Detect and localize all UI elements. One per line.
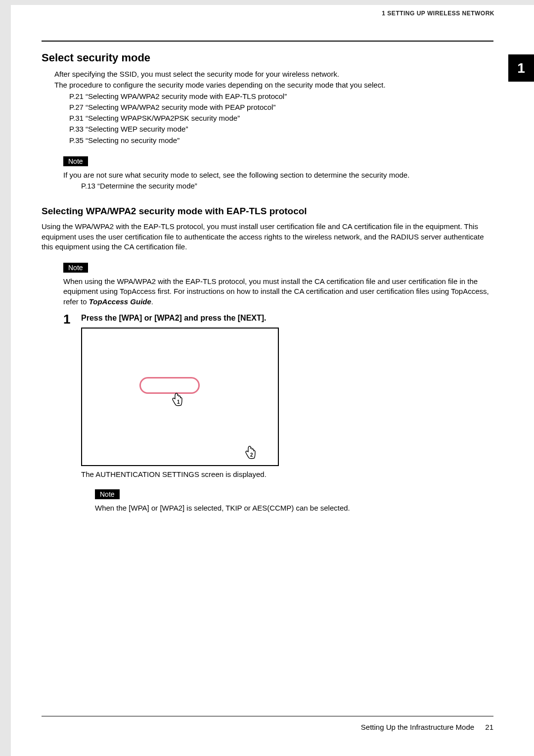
note-ref: P.13 “Determine the security mode” [81, 181, 493, 191]
svg-text:2: 2 [250, 452, 253, 458]
footer: Setting Up the Infrastructure Mode 21 [361, 723, 493, 731]
figure-screen: 1 2 [81, 328, 279, 466]
svg-text:1: 1 [177, 399, 180, 405]
page-edge-top [0, 0, 534, 5]
note-body: When using the WPA/WPA2 with the EAP-TLS… [63, 277, 493, 307]
section-heading: Select security mode [42, 51, 493, 64]
figure-caption: The AUTHENTICATION SETTINGS screen is di… [81, 470, 493, 478]
highlight-wpa-button [139, 377, 200, 394]
note-badge: Note [63, 156, 88, 166]
pointer-2-icon: 2 [245, 445, 258, 460]
step-title: Press the [WPA] or [WPA2] and press the … [81, 314, 493, 323]
subsection-body: Using the WPA/WPA2 with the EAP-TLS prot… [42, 222, 493, 252]
guide-reference: TopAccess Guide [89, 297, 151, 306]
step-1: 1 Press the [WPA] or [WPA2] and press th… [63, 313, 493, 514]
ref-item: P.31 “Selecting WPAPSK/WPA2PSK security … [69, 113, 493, 123]
footer-page-number: 21 [485, 723, 493, 731]
note-body: When the [WPA] or [WPA2] is selected, TK… [95, 503, 493, 513]
running-header: 1 SETTING UP WIRELESS NETWORK [382, 10, 494, 17]
footer-section-title: Setting Up the Infrastructure Mode [361, 723, 474, 731]
ref-item: P.33 “Selecting WEP security mode” [69, 124, 493, 134]
step-number: 1 [63, 313, 81, 514]
ref-item: P.27 “Selecting WPA/WPA2 security mode w… [69, 102, 493, 112]
note-badge: Note [63, 263, 88, 273]
subsection-heading: Selecting WPA/WPA2 security mode with EA… [42, 206, 493, 217]
footer-rule [42, 716, 493, 716]
main-content: Select security mode After specifying th… [42, 41, 493, 514]
ref-item: P.21 “Selecting WPA/WPA2 security mode w… [69, 92, 493, 101]
note-body: If you are not sure what security mode t… [63, 170, 493, 180]
note-badge: Note [95, 489, 120, 499]
note-suffix: . [151, 297, 153, 306]
pointer-1-icon: 1 [172, 392, 185, 407]
ref-item: P.35 “Selecting no security mode” [69, 136, 493, 145]
page-edge-left [0, 0, 11, 756]
intro-line-1: After specifying the SSID, you must sele… [54, 69, 493, 79]
intro-line-2: The procedure to configure the security … [54, 80, 493, 90]
chapter-tab: 1 [508, 54, 534, 82]
